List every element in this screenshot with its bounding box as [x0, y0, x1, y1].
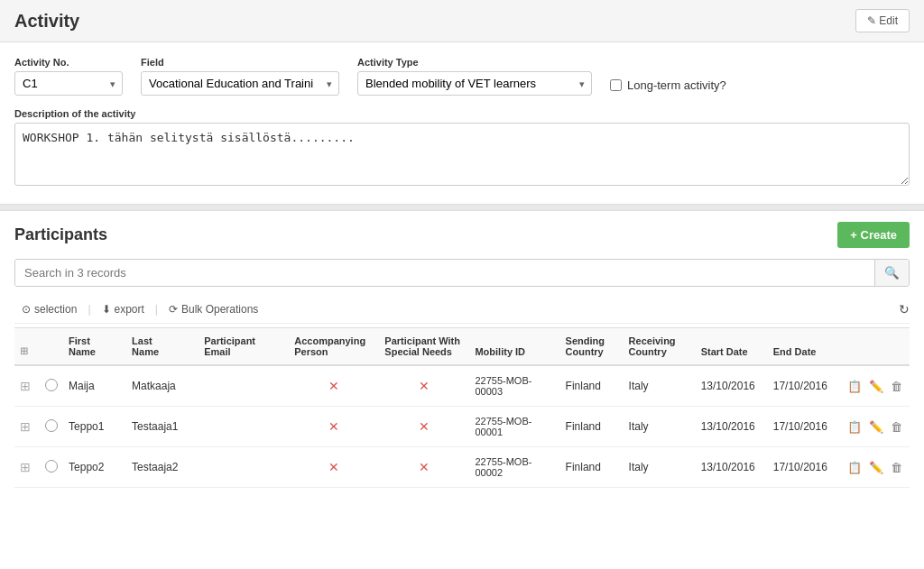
th-firstname: FirstName: [63, 328, 126, 366]
row-start-date: 13/10/2016: [696, 365, 768, 407]
action-icons: 📋 ✏️ 🗑: [845, 459, 904, 476]
view-icon[interactable]: 📋: [845, 378, 864, 395]
th-mobility-id: Mobility ID: [469, 328, 559, 366]
row-accompanying: ✕: [289, 407, 379, 447]
row-email: [199, 407, 289, 447]
table-header-row: ⊞ FirstName LastName ParticipantEmail Ac…: [14, 328, 910, 366]
description-group: Description of the activity WORKSHOP 1. …: [14, 108, 910, 186]
radio-circle[interactable]: [45, 379, 58, 391]
field-label: Field: [141, 57, 339, 68]
search-icon: 🔍: [884, 266, 900, 280]
grid-drag-icon: ⊞: [20, 460, 31, 474]
form-row-1: Activity No. C1 Field Vocational Educati…: [14, 57, 910, 96]
long-term-group: Long-term activity?: [610, 78, 726, 92]
action-icons: 📋 ✏️ 🗑: [845, 378, 904, 395]
participants-title: Participants: [14, 225, 107, 244]
row-radio[interactable]: [40, 365, 63, 407]
radio-circle[interactable]: [45, 419, 58, 432]
field-select[interactable]: Vocational Education and Trainin: [141, 71, 339, 96]
row-email: [199, 365, 289, 407]
th-sending-country: SendingCountry: [560, 328, 624, 366]
row-accompanying: ✕: [289, 447, 379, 488]
row-end-date: 17/10/2016: [768, 365, 840, 407]
row-lastname: Testaaja1: [126, 407, 199, 447]
participants-header: Participants + Create: [14, 222, 910, 259]
row-firstname: Teppo2: [63, 447, 126, 488]
table-row: ⊞ Maija Matkaaja ✕ ✕ 22755-MOB-00003 Fin…: [14, 365, 910, 407]
row-accompanying: ✕: [289, 365, 379, 407]
row-mobility-id: 22755-MOB-00002: [469, 447, 559, 488]
search-input[interactable]: [15, 260, 874, 286]
field-select-wrapper: Vocational Education and Trainin: [141, 71, 339, 96]
row-end-date: 17/10/2016: [768, 447, 840, 488]
export-toolbar-item[interactable]: ⬇ export: [95, 301, 152, 317]
activity-type-select-wrapper: Blended mobility of VET learners: [357, 71, 592, 96]
activity-no-group: Activity No. C1: [14, 57, 123, 96]
page-header: Activity ✎ Edit: [0, 0, 924, 42]
table-row: ⊞ Teppo1 Testaaja1 ✕ ✕ 22755-MOB-00001 F…: [14, 407, 910, 447]
th-actions: [840, 328, 910, 366]
special-needs-xmark: ✕: [419, 419, 430, 434]
search-button[interactable]: 🔍: [874, 260, 909, 286]
toolbar-sep-2: |: [152, 303, 162, 316]
row-actions: 📋 ✏️ 🗑: [840, 407, 910, 447]
refresh-area: ↻: [899, 302, 910, 317]
page-title: Activity: [14, 11, 79, 32]
th-radio: [40, 328, 63, 366]
selection-label: selection: [34, 303, 77, 316]
selection-toolbar-item[interactable]: ⊙ selection: [14, 301, 84, 317]
bulk-ops-toolbar-item[interactable]: ⟳ Bulk Operations: [162, 301, 265, 317]
action-icons: 📋 ✏️ 🗑: [845, 418, 904, 436]
activity-type-label: Activity Type: [357, 57, 592, 68]
accompanying-xmark: ✕: [328, 419, 339, 434]
export-icon: ⬇: [102, 303, 111, 316]
row-receiving-country: Italy: [624, 407, 696, 447]
search-bar: 🔍: [14, 259, 910, 287]
special-needs-xmark: ✕: [419, 379, 430, 393]
row-radio[interactable]: [40, 447, 63, 488]
view-icon[interactable]: 📋: [845, 418, 864, 436]
long-term-checkbox[interactable]: [610, 79, 622, 91]
activity-no-select-wrapper: C1: [14, 71, 123, 96]
th-end-date: End Date: [768, 328, 840, 366]
accompanying-xmark: ✕: [328, 379, 339, 393]
participants-section: Participants + Create 🔍 ⊙ selection | ⬇ …: [0, 211, 924, 488]
delete-icon[interactable]: 🗑: [889, 378, 904, 395]
edit-row-icon[interactable]: ✏️: [867, 378, 885, 395]
description-textarea[interactable]: WORKSHOP 1. tähän selitystä sisällöstä..…: [14, 123, 910, 186]
th-receiving-country: ReceivingCountry: [624, 328, 696, 366]
row-receiving-country: Italy: [624, 365, 696, 407]
row-firstname: Maija: [63, 365, 126, 407]
edit-row-icon[interactable]: ✏️: [867, 418, 885, 436]
row-actions: 📋 ✏️ 🗑: [840, 447, 910, 488]
edit-row-icon[interactable]: ✏️: [867, 459, 885, 476]
row-actions: 📋 ✏️ 🗑: [840, 365, 910, 407]
delete-icon[interactable]: 🗑: [889, 459, 904, 476]
activity-type-select[interactable]: Blended mobility of VET learners: [357, 71, 592, 96]
activity-form: Activity No. C1 Field Vocational Educati…: [0, 42, 924, 204]
table-toolbar: ⊙ selection | ⬇ export | ⟳ Bulk Operatio…: [14, 296, 910, 324]
row-mobility-id: 22755-MOB-00003: [469, 365, 559, 407]
row-radio[interactable]: [40, 407, 63, 447]
radio-circle[interactable]: [45, 460, 58, 473]
th-lastname: LastName: [126, 328, 199, 366]
view-icon[interactable]: 📋: [845, 459, 864, 476]
bulk-ops-icon: ⟳: [169, 303, 178, 316]
selection-icon: ⊙: [22, 303, 31, 316]
th-special-needs: Participant WithSpecial Needs: [379, 328, 469, 366]
description-label: Description of the activity: [14, 108, 910, 119]
export-label: export: [115, 303, 144, 316]
row-grid-icon: ⊞: [14, 407, 40, 447]
edit-button[interactable]: ✎ Edit: [855, 9, 910, 32]
th-email: ParticipantEmail: [199, 328, 289, 366]
row-receiving-country: Italy: [624, 447, 696, 488]
delete-icon[interactable]: 🗑: [889, 418, 904, 436]
refresh-icon[interactable]: ↻: [899, 302, 910, 317]
row-lastname: Testaaja2: [126, 447, 199, 488]
row-lastname: Matkaaja: [126, 365, 199, 407]
row-grid-icon: ⊞: [14, 365, 40, 407]
activity-no-select[interactable]: C1: [14, 71, 123, 96]
row-sending-country: Finland: [560, 365, 624, 407]
grid-icon: ⊞: [20, 345, 28, 356]
create-button[interactable]: + Create: [837, 222, 910, 248]
